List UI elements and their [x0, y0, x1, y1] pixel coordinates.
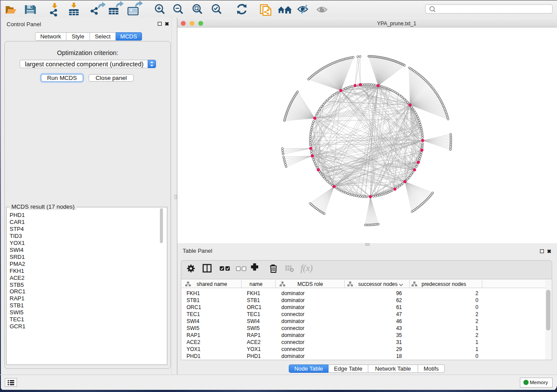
svg-text:f(x): f(x) — [301, 263, 313, 273]
